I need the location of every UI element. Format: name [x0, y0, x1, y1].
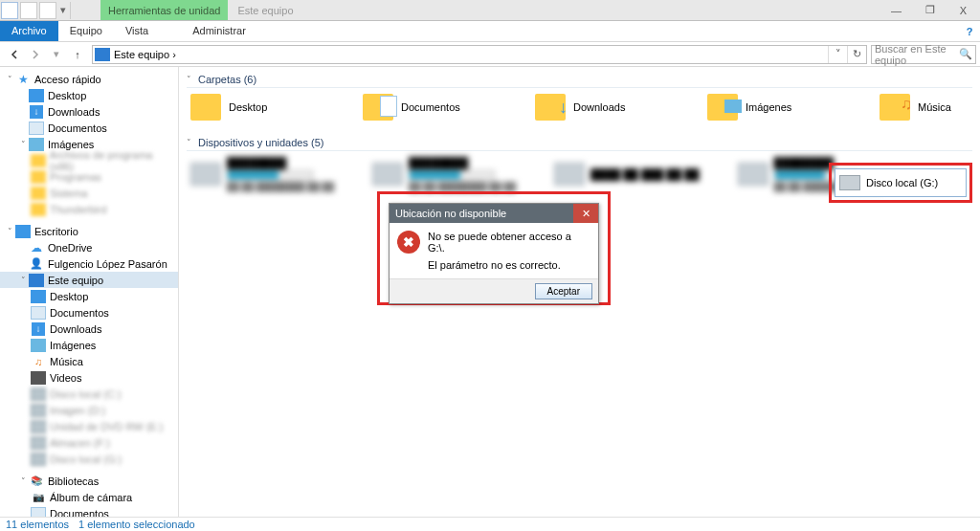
sidebar-drive-2[interactable]: Imagen (D:): [0, 402, 178, 418]
status-item-count: 11 elementos: [6, 519, 69, 530]
camera-icon: [31, 491, 46, 504]
nav-row: ▾ ↑ Este equipo › ˅ ↻ Buscar en Este equ…: [0, 42, 980, 67]
back-button[interactable]: [4, 44, 25, 65]
sidebar-desktop[interactable]: Desktop: [0, 87, 178, 103]
refresh-button[interactable]: ↻: [847, 46, 866, 63]
close-button[interactable]: X: [947, 0, 980, 21]
tab-vista[interactable]: Vista: [114, 21, 160, 41]
qat-dropdown-icon[interactable]: ▾: [57, 4, 69, 16]
drive-local-disk-g[interactable]: Disco local (G:): [835, 168, 967, 197]
sidebar-libraries[interactable]: ˅Bibliotecas: [0, 473, 178, 489]
tab-equipo[interactable]: Equipo: [58, 21, 114, 41]
qat-btn-2[interactable]: [39, 2, 56, 19]
folder-documentos[interactable]: Documentos: [363, 94, 478, 121]
sidebar-videos[interactable]: Videos: [0, 369, 178, 386]
sidebar-this-pc[interactable]: ˅Este equipo: [0, 272, 178, 288]
images-icon: [31, 339, 46, 352]
folders-group-header[interactable]: ˅Carpetas (6): [187, 71, 972, 88]
minimize-button[interactable]: —: [880, 0, 913, 21]
tab-file[interactable]: Archivo: [0, 21, 58, 41]
sidebar-blur-1[interactable]: Archivos de programa (x86): [0, 152, 178, 168]
history-dropdown[interactable]: ▾: [46, 44, 67, 65]
star-icon: [15, 73, 31, 86]
sidebar-quick-access[interactable]: ˅Acceso rápido: [0, 71, 178, 87]
folder-icon[interactable]: [1, 2, 18, 19]
images-icon: [29, 138, 44, 151]
maximize-button[interactable]: ❐: [913, 0, 947, 21]
tab-administrar[interactable]: Administrar: [181, 21, 257, 41]
document-icon: [29, 122, 44, 135]
ribbon-tabs: Archivo Equipo Vista Administrar ?: [0, 21, 980, 42]
hdd-icon: [31, 387, 46, 401]
drive-blur-1[interactable]: ██████████ ██ ████████ ██ ██: [190, 157, 334, 191]
folder-icon: [880, 94, 910, 121]
desktop-icon: [29, 89, 44, 102]
sidebar-onedrive[interactable]: OneDrive: [0, 239, 178, 255]
qat-sep: [70, 2, 71, 19]
sidebar-desktop-2[interactable]: Desktop: [0, 288, 178, 304]
sidebar-downloads[interactable]: Downloads: [0, 103, 178, 120]
address-bar[interactable]: Este equipo › ˅ ↻: [92, 45, 867, 64]
status-selection: 1 elemento seleccionado: [78, 519, 195, 530]
dialog-message-2: El parámetro no es correcto.: [428, 259, 590, 271]
document-icon: [31, 507, 46, 518]
drives-group-header[interactable]: ˅Dispositivos y unidades (5): [187, 134, 972, 151]
drive-blur-2[interactable]: ██████████ ██ ████████ ██ ██: [372, 157, 516, 191]
accept-button[interactable]: Aceptar: [535, 283, 592, 299]
sidebar-escritorio[interactable]: ˅Escritorio: [0, 223, 178, 239]
address-dropdown-icon[interactable]: ˅: [828, 46, 847, 63]
sidebar-documentos-3[interactable]: Documentos: [0, 505, 178, 517]
error-icon: ✖: [397, 231, 420, 254]
window-title: Este equipo: [237, 5, 293, 16]
hdd-icon: [31, 436, 46, 450]
context-tab-drive-tools[interactable]: Herramientas de unidad: [100, 0, 228, 20]
sidebar-camera-roll[interactable]: Álbum de cámara: [0, 489, 178, 505]
sidebar-imagenes-2[interactable]: Imágenes: [0, 337, 178, 353]
sidebar-blur-3[interactable]: Sistema: [0, 185, 178, 201]
status-bar: 11 elementos 1 elemento seleccionado: [0, 517, 980, 531]
navigation-pane: ˅Acceso rápido Desktop Downloads Documen…: [0, 67, 179, 517]
desktop-icon: [31, 290, 46, 303]
forward-button[interactable]: [25, 44, 46, 65]
sidebar-documentos-2[interactable]: Documentos: [0, 304, 178, 321]
hdd-icon: [31, 420, 46, 433]
up-button[interactable]: ↑: [67, 44, 88, 65]
dialog-close-button[interactable]: ✕: [573, 204, 598, 223]
folder-downloads[interactable]: Downloads: [535, 94, 650, 121]
drive-blur-3[interactable]: ████ ██ ███ ██ ██: [554, 157, 700, 191]
dialog-titlebar[interactable]: Ubicación no disponible ✕: [390, 204, 598, 223]
folder-icon: [707, 94, 738, 121]
sidebar-musica[interactable]: Música: [0, 353, 178, 369]
sidebar-blur-4[interactable]: Thunderbird: [0, 201, 178, 217]
folder-icon: [31, 170, 46, 184]
folder-imagenes[interactable]: Imágenes: [707, 94, 822, 121]
sidebar-downloads-2[interactable]: Downloads: [0, 321, 178, 337]
pc-icon: [29, 274, 44, 287]
sidebar-documentos[interactable]: Documentos: [0, 120, 178, 136]
sidebar-drive-4[interactable]: Almacen (F:): [0, 434, 178, 451]
sidebar-user[interactable]: Fulgencio López Pasarón: [0, 255, 178, 272]
breadcrumb[interactable]: Este equipo ›: [114, 49, 176, 60]
dialog-message-1: No se puede obtener acceso a G:\.: [428, 231, 590, 254]
search-box[interactable]: Buscar en Este equipo 🔍: [871, 45, 976, 64]
qat-btn-1[interactable]: [20, 2, 37, 19]
folder-icon: [363, 94, 393, 121]
cloud-icon: [29, 241, 44, 254]
folder-icon: [190, 94, 221, 121]
title-bar: ▾ Herramientas de unidad Este equipo — ❐…: [0, 0, 980, 21]
search-icon: 🔍: [959, 48, 972, 60]
folder-musica[interactable]: Música: [880, 94, 980, 121]
help-button[interactable]: ?: [959, 21, 980, 41]
quick-access-toolbar: ▾: [0, 0, 72, 20]
download-icon: [29, 105, 44, 119]
sidebar-blur-2[interactable]: Programas: [0, 168, 178, 185]
sidebar-drive-3[interactable]: Unidad de DVD RW (E:): [0, 418, 178, 434]
sidebar-drive-1[interactable]: Disco local (C:): [0, 386, 178, 402]
folder-icon: [31, 203, 46, 216]
hdd-icon: [31, 404, 46, 417]
folder-icon: [535, 94, 566, 121]
library-icon: [29, 475, 44, 488]
folder-desktop[interactable]: Desktop: [190, 94, 305, 121]
sidebar-drive-5[interactable]: Disco local (G:): [0, 451, 178, 467]
folder-icon: [31, 154, 46, 167]
